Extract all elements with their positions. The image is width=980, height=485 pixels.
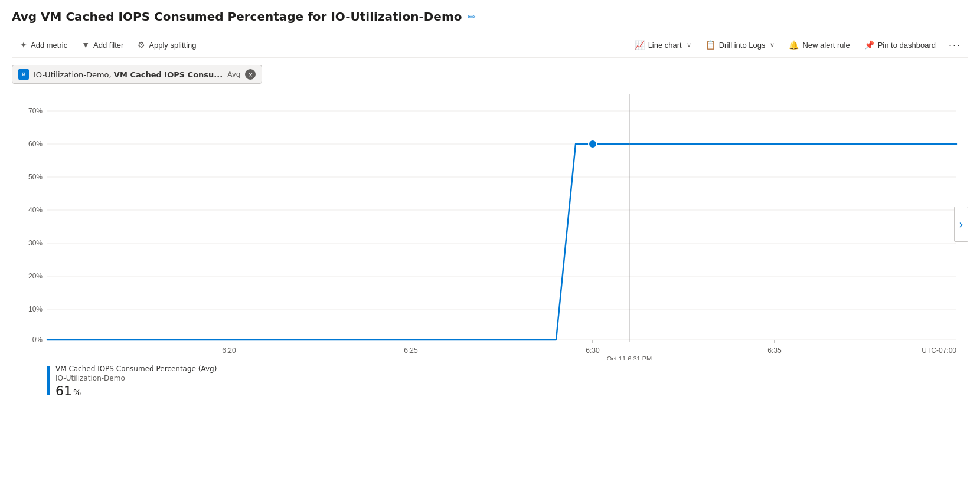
metric-pill-text: IO-Utilization-Demo, VM Cached IOPS Cons…: [34, 70, 223, 79]
add-metric-icon: ✦: [20, 40, 27, 50]
line-chart-button[interactable]: 📈 Line chart ∨: [629, 37, 697, 53]
svg-text:40%: 40%: [28, 206, 43, 214]
legend-row: VM Cached IOPS Consumed Percentage (Avg)…: [12, 365, 968, 398]
metric-vm-icon-text: 🖥: [21, 71, 27, 77]
metric-pill-icon: 🖥: [18, 69, 29, 80]
pin-to-dashboard-button[interactable]: 📌 Pin to dashboard: [858, 37, 942, 53]
add-filter-button[interactable]: ▼ Add filter: [76, 37, 129, 53]
metric-pill-row: 🖥 IO-Utilization-Demo, VM Cached IOPS Co…: [12, 65, 968, 84]
metric-aggregation: Avg: [227, 70, 240, 78]
apply-splitting-button[interactable]: ⚙ Apply splitting: [132, 37, 202, 53]
chart-expand-arrow[interactable]: ›: [954, 207, 968, 242]
apply-splitting-label: Apply splitting: [149, 41, 196, 50]
alert-icon: 🔔: [789, 40, 799, 50]
filter-icon: ▼: [81, 40, 90, 50]
add-metric-button[interactable]: ✦ Add metric: [14, 37, 73, 53]
legend-value-number: 61: [55, 384, 72, 398]
svg-text:60%: 60%: [28, 140, 43, 148]
svg-text:6:20: 6:20: [222, 346, 236, 355]
add-metric-label: Add metric: [31, 41, 67, 50]
drill-into-logs-label: Drill into Logs: [719, 41, 766, 50]
svg-point-24: [589, 140, 597, 148]
more-options-button[interactable]: ···: [944, 37, 966, 54]
legend-value: 61%: [55, 384, 217, 398]
svg-text:10%: 10%: [28, 305, 43, 313]
svg-text:20%: 20%: [28, 272, 43, 280]
svg-text:6:25: 6:25: [404, 346, 418, 355]
new-alert-rule-button[interactable]: 🔔 New alert rule: [783, 37, 855, 53]
pin-to-dashboard-label: Pin to dashboard: [878, 41, 936, 50]
legend-text: VM Cached IOPS Consumed Percentage (Avg)…: [55, 365, 217, 398]
new-alert-rule-label: New alert rule: [802, 41, 850, 50]
svg-text:30%: 30%: [28, 239, 43, 247]
metric-remove-button[interactable]: ×: [245, 69, 256, 80]
line-chart-chevron: ∨: [687, 41, 691, 49]
add-filter-label: Add filter: [93, 41, 123, 50]
splitting-icon: ⚙: [138, 40, 145, 50]
svg-text:0%: 0%: [32, 336, 43, 344]
svg-text:Oct 11 6:31 PM: Oct 11 6:31 PM: [607, 355, 652, 360]
legend-resource-name: IO-Utilization-Demo: [55, 374, 217, 382]
legend-value-unit: %: [73, 388, 81, 397]
svg-text:70%: 70%: [28, 107, 43, 115]
drill-logs-chevron: ∨: [770, 41, 775, 49]
edit-icon[interactable]: ✏: [468, 11, 475, 22]
chart-svg: 70% 60% 50% 40% 30% 20% 10% 0%: [12, 89, 968, 360]
svg-text:6:35: 6:35: [767, 346, 782, 355]
legend-color-bar: [47, 366, 50, 395]
metric-name: VM Cached IOPS Consu...: [114, 70, 223, 79]
line-chart-icon: 📈: [635, 40, 645, 50]
drill-into-logs-button[interactable]: 📋 Drill into Logs ∨: [700, 37, 781, 53]
toolbar: ✦ Add metric ▼ Add filter ⚙ Apply splitt…: [12, 32, 968, 58]
drill-logs-icon: 📋: [705, 40, 716, 50]
pin-icon: 📌: [864, 40, 874, 50]
line-chart-label: Line chart: [648, 41, 682, 50]
metric-resource: IO-Utilization-Demo,: [34, 70, 112, 79]
svg-text:6:30: 6:30: [586, 346, 600, 355]
page-title: Avg VM Cached IOPS Consumed Percentage f…: [12, 9, 462, 24]
more-options-label: ···: [949, 39, 961, 51]
chart-container: 70% 60% 50% 40% 30% 20% 10% 0%: [12, 89, 968, 360]
svg-text:50%: 50%: [28, 173, 43, 181]
legend-metric-name: VM Cached IOPS Consumed Percentage (Avg): [55, 365, 217, 373]
svg-text:UTC-07:00: UTC-07:00: [922, 346, 956, 355]
metric-pill: 🖥 IO-Utilization-Demo, VM Cached IOPS Co…: [12, 65, 262, 84]
